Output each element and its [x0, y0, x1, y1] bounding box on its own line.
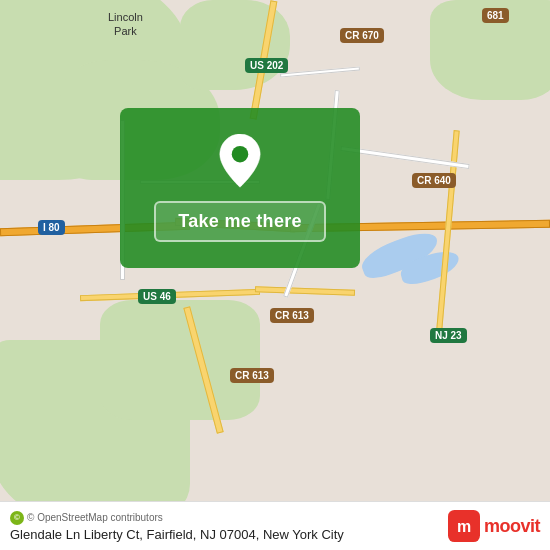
svg-text:m: m [457, 518, 471, 535]
badge-us46: US 46 [138, 289, 176, 304]
take-me-there-button[interactable]: Take me there [154, 201, 326, 242]
badge-cr613b: CR 613 [230, 368, 274, 383]
moovit-logo: m moovit [448, 510, 540, 542]
badge-us202: US 202 [245, 58, 288, 73]
badge-cr640: CR 640 [412, 173, 456, 188]
osm-text: © OpenStreetMap contributors [27, 512, 163, 523]
lincoln-park-label: LincolnPark [108, 10, 143, 39]
park-area-s [100, 300, 260, 420]
local-road-6 [280, 67, 360, 78]
address-text: Glendale Ln Liberty Ct, Fairfield, NJ 07… [10, 527, 344, 542]
svg-point-0 [232, 146, 249, 163]
badge-cr670: CR 670 [340, 28, 384, 43]
badge-cr613a: CR 613 [270, 308, 314, 323]
osm-attribution: © © OpenStreetMap contributors [10, 511, 344, 525]
us46-road-e [255, 286, 355, 295]
badge-i80: I 80 [38, 220, 65, 235]
overlay-panel: Take me there [120, 108, 360, 268]
badge-681: 681 [482, 8, 509, 23]
bottom-left-info: © © OpenStreetMap contributors Glendale … [10, 511, 344, 542]
osm-logo: © [10, 511, 24, 525]
map-background: CR 670 US 202 I 80 US 46 CR 613 CR 613 N… [0, 0, 550, 550]
map-container: CR 670 US 202 I 80 US 46 CR 613 CR 613 N… [0, 0, 550, 550]
badge-nj23: NJ 23 [430, 328, 467, 343]
location-pin-icon [215, 134, 265, 189]
moovit-icon-svg: m [448, 510, 480, 542]
moovit-text: moovit [484, 516, 540, 537]
bottom-bar: © © OpenStreetMap contributors Glendale … [0, 501, 550, 550]
